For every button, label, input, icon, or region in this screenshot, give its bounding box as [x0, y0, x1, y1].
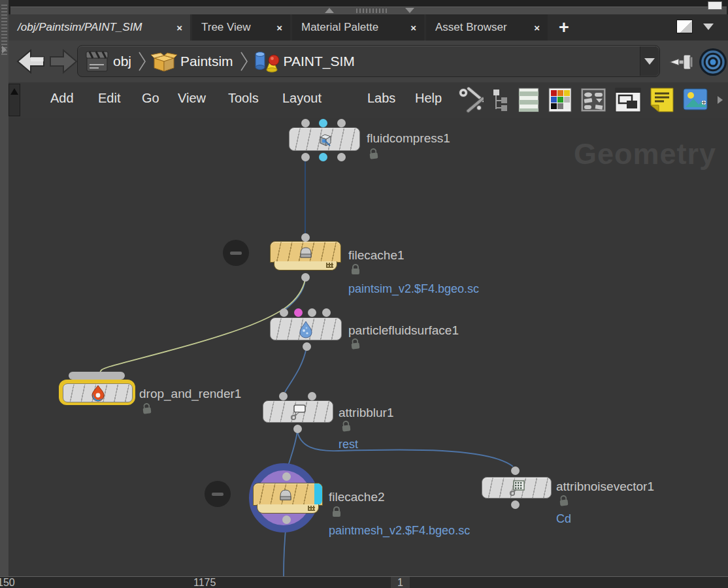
new-tab-button[interactable]: + [550, 14, 578, 41]
breadcrumb-label: obj [113, 54, 131, 69]
menu-help[interactable]: Help [415, 91, 442, 106]
input-connector[interactable] [280, 308, 288, 317]
houdini-network-editor-pane: /obj/Paintsim/PAINT_SIM × Tree View × Ma… [0, 0, 728, 588]
collapse-up-icon [10, 88, 18, 95]
input-connector[interactable] [308, 392, 316, 400]
close-icon[interactable]: × [276, 22, 282, 33]
pane-menu-arrow-icon[interactable] [703, 24, 714, 30]
node-path-field[interactable]: obj Paintsim [77, 45, 660, 77]
collapse-ring-badge[interactable] [205, 481, 231, 507]
output-connector[interactable] [301, 273, 310, 282]
menu-add[interactable]: Add [50, 91, 74, 106]
close-icon[interactable]: × [410, 22, 416, 33]
splitter-grip-icon[interactable] [356, 8, 389, 13]
sticky-note-icon[interactable] [650, 87, 674, 113]
collapse-up-icon[interactable] [325, 8, 334, 13]
forward-arrow-icon[interactable] [49, 49, 78, 74]
output-connector[interactable] [282, 515, 291, 524]
close-icon[interactable]: × [534, 22, 540, 33]
path-dropdown-button[interactable] [640, 46, 659, 76]
tab-obj-paintsim-paint-sim[interactable]: /obj/Paintsim/PAINT_SIM × [8, 14, 190, 41]
network-graph-canvas[interactable]: Geometry fluidcompress1 [8, 118, 728, 576]
menu-bar: Add Edit Go View Tools Layout Labs Help [8, 82, 728, 118]
node-name: fluidcompress1 [367, 131, 450, 146]
minus-icon [230, 252, 242, 255]
locate-node-icon[interactable] [699, 48, 727, 76]
node-particlefluidsurface1[interactable] [270, 318, 342, 340]
tab-label: Material Palette [301, 21, 378, 34]
color-palette-icon[interactable] [548, 88, 572, 112]
breadcrumb-paint-sim[interactable]: PAINT_SIM [281, 54, 357, 69]
path-navigation-bar: obj Paintsim [8, 41, 728, 83]
node-name: attribblur1 [339, 406, 394, 420]
network-boxes-icon[interactable] [615, 88, 641, 112]
tab-asset-browser[interactable]: Asset Browser × [426, 14, 548, 41]
background-image-icon[interactable] [683, 87, 709, 113]
breadcrumb-paintsim[interactable]: Paintsim [178, 54, 236, 69]
output-connector[interactable] [301, 153, 310, 161]
input-connector[interactable] [319, 119, 327, 127]
input-connector[interactable] [282, 472, 291, 481]
more-tools-arrow-icon[interactable] [718, 96, 723, 104]
chevron-separator-icon [240, 50, 248, 73]
node-shapes-icon[interactable] [580, 88, 606, 112]
node-fluidcompress1[interactable] [289, 127, 360, 151]
collapse-ring-badge[interactable] [223, 240, 249, 266]
node-input-bar[interactable] [69, 372, 125, 380]
tree-view-icon[interactable] [492, 88, 509, 112]
input-connector[interactable] [308, 308, 316, 317]
pane-layout-icon[interactable] [676, 20, 693, 33]
lock-icon [352, 269, 359, 274]
tab-tree-view[interactable]: Tree View × [192, 14, 290, 41]
breadcrumb-obj[interactable]: obj [110, 54, 134, 69]
input-connector[interactable] [511, 466, 520, 475]
node-footer-strip [257, 504, 319, 514]
input-connector[interactable] [301, 119, 310, 127]
window-corner-box[interactable] [708, 1, 722, 10]
input-connector[interactable] [337, 119, 346, 127]
node-name: attribnoisevector1 [556, 480, 654, 494]
cache-grid-icon [326, 263, 333, 268]
output-connector[interactable] [303, 342, 311, 351]
disk-cache-icon [277, 487, 294, 502]
node-attribblur1[interactable] [263, 400, 333, 423]
lock-icon [143, 407, 152, 414]
node-list-icon[interactable] [518, 87, 540, 113]
output-connector[interactable] [337, 153, 346, 161]
tab-bar: /obj/Paintsim/PAINT_SIM × Tree View × Ma… [8, 14, 728, 41]
menu-edit[interactable]: Edit [98, 91, 120, 106]
output-connector[interactable] [511, 500, 520, 509]
input-connector[interactable] [301, 233, 310, 242]
menu-tools[interactable]: Tools [228, 91, 259, 106]
output-connector[interactable] [293, 425, 302, 433]
menu-layout[interactable]: Layout [282, 91, 322, 106]
input-connector[interactable] [294, 308, 303, 317]
input-connector[interactable] [322, 308, 331, 317]
node-filecache1[interactable] [270, 241, 341, 263]
frame-value: 1175 [193, 577, 216, 588]
pin-icon[interactable] [669, 50, 697, 74]
collapse-down-icon[interactable] [405, 8, 414, 13]
menu-view[interactable]: View [178, 91, 206, 106]
node-footer-strip [274, 261, 337, 270]
output-connector[interactable] [319, 153, 327, 161]
input-connector[interactable] [279, 392, 288, 400]
menu-collapse-button[interactable] [8, 84, 20, 116]
menu-labs[interactable]: Labs [367, 91, 395, 106]
menu-go[interactable]: Go [142, 91, 159, 106]
node-attribnoisevector1[interactable] [482, 477, 552, 498]
node-filecache2[interactable] [253, 483, 323, 506]
node-name: filecache1 [348, 248, 405, 263]
expand-right-icon[interactable] [2, 46, 7, 54]
customize-tools-icon[interactable] [457, 87, 484, 113]
tab-material-palette[interactable]: Material Palette × [292, 14, 424, 41]
left-pane-splitter[interactable] [0, 0, 9, 576]
node-wires [8, 118, 728, 576]
context-watermark: Geometry [574, 137, 716, 171]
close-icon[interactable]: × [176, 22, 182, 33]
display-flag[interactable] [314, 483, 322, 505]
node-drop-and-render1[interactable] [63, 384, 133, 402]
frame-readout-bar: 150 1175 1 [0, 576, 728, 588]
compress-icon [316, 130, 334, 148]
back-arrow-icon[interactable] [16, 49, 45, 74]
